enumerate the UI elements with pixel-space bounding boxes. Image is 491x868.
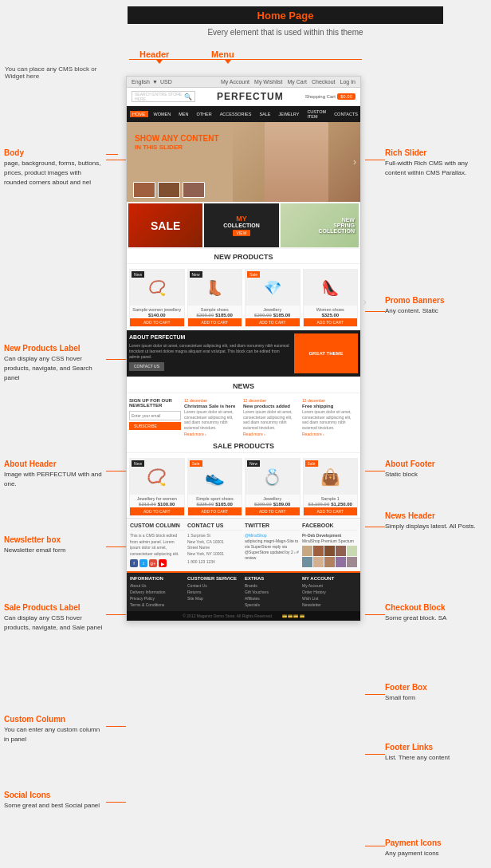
fb-photo-3[interactable] [324,546,335,556]
nav-sale[interactable]: SALE [257,111,273,117]
product-img-4: 👠 [304,270,358,306]
fb-photo-7[interactable] [313,557,324,567]
footer-info-terms[interactable]: Terms & Conditions [130,602,185,608]
promo-banner-spring[interactable]: NEW SPRING COLLECTION [281,203,359,247]
promo-view-btn[interactable]: VIEW [233,230,251,236]
product-price-3: $200.00$185.00 [246,312,300,318]
fb-photo-6[interactable] [302,557,312,567]
footer-cs-sitemap[interactable]: Site Map [187,595,242,602]
sale-name-2: Simple sport shoes [188,495,242,501]
promo-banner-sale[interactable]: SALE [128,203,202,247]
contact-btn[interactable]: CONTACT US [129,362,164,371]
sale-badge-3: New [247,460,260,467]
footer-extras-specials[interactable]: Specials [245,602,300,608]
hero-thumb-2[interactable] [158,182,180,198]
product-add-btn-3[interactable]: ADD TO CART [246,318,300,326]
footer-account-myaccount[interactable]: My Account [302,582,357,589]
footer-info-delivery[interactable]: Delivery Information [130,589,185,595]
sale-add-btn-4[interactable]: ADD TO CART [304,507,358,515]
about-footer-annotation: About Footer Static block [385,459,487,478]
fb-photo-10[interactable] [347,557,357,567]
nav-women[interactable]: WOMEN [151,111,174,117]
sale-product-4: Sale 👜 Sample 1 $3,100.00$1,250.00 ADD T… [303,458,359,516]
read-more-2[interactable]: Read more › [243,432,299,436]
fb-photo-1[interactable] [302,546,312,556]
read-more-1[interactable]: Read more › [184,432,240,436]
product-add-btn-2[interactable]: ADD TO CART [188,318,242,326]
line-promo-right [365,311,385,312]
footer-account-title: MY ACCOUNT [302,576,357,581]
product-add-btn-4[interactable]: ADD TO CART [304,318,358,326]
nav-custom[interactable]: CUSTOM ITEM [304,108,328,120]
copyright-text: © 2012 Magento Demo Store. All Rights Re… [183,614,273,618]
sale-products-annotation: Sale Products Label Can display any CSS … [4,602,106,631]
read-more-3[interactable]: Read more › [302,432,358,436]
hero-thumb-1[interactable] [133,182,155,198]
nav-accessories[interactable]: ACCESSORIES [218,111,254,117]
you-note: You can place any CMS block or Widget he… [5,65,100,80]
newsletter-btn[interactable]: SUBSCRIBE [129,422,181,430]
youtube-icon[interactable]: ▶ [159,559,167,567]
footer-account-newsletter[interactable]: Newsletter [302,602,357,608]
sale-add-btn-2[interactable]: ADD TO CART [188,507,242,515]
sale-add-btn-1[interactable]: ADD TO CART [130,507,184,515]
promo-new-text: NEW SPRING COLLECTION [318,217,355,234]
sale-badge-1: New [132,460,144,467]
line-payment-right [365,846,385,846]
fb-photo-8[interactable] [324,557,335,567]
footer-links-annotation: Footer Links List. There any content [385,742,487,761]
social-icons-annotation: Social Icons Some great and best Social … [4,790,106,809]
facebook-icon[interactable]: f [130,559,138,567]
footer-extras-title: EXTRAS [245,576,300,581]
newsletter-input[interactable] [129,411,181,420]
hero-next-arrow[interactable]: › [353,156,356,168]
footer-extras-gift[interactable]: Gift Vouchers [245,589,300,595]
product-add-btn-1[interactable]: ADD TO CART [130,318,184,326]
line-social-left [106,802,126,803]
fb-photo-2[interactable] [313,546,324,556]
footer-info-privacy[interactable]: Privacy Policy [130,595,185,602]
search-bar[interactable]: SEARCH ENTIRE STORE HERE... 🔍 [132,91,195,102]
product-price-1: $140.00 [130,312,184,318]
new-products-annotation: New Products Label Can display any CSS h… [4,343,106,381]
nav-other[interactable]: OTHER [194,111,214,117]
cart-button[interactable]: $0.00 [337,93,355,100]
footer-info-about[interactable]: About Us [130,582,185,589]
nav-jewelry[interactable]: JEWELRY [277,111,302,117]
promo-banner-collection[interactable]: MY COLLECTION VIEW [204,203,278,247]
nav-home[interactable]: HOME [130,111,148,117]
nav-contacts[interactable]: CONTACTS [332,111,360,117]
footer-extras-affiliates[interactable]: Affiliates [245,595,300,602]
product-card-2: New 👢 Sample shoes $200.00$185.00 ADD TO… [187,269,243,327]
footer-cs-returns[interactable]: Returns [187,589,242,595]
news-text-1: Lorem ipsum dolor sit amet, consectetuer… [184,409,240,430]
header-label: Header [139,49,169,59]
promo-collection-text: COLLECTION [223,223,260,228]
product-name-1: Sample women jewellery [130,306,184,312]
news-title: NEWS [127,378,360,393]
hero-thumb-3[interactable] [183,182,205,198]
nav-men[interactable]: MEN [176,111,191,117]
sale-name-4: Sample 1 [304,495,358,501]
browser-lang: English ▼ USD [132,79,172,85]
products-next-arrow[interactable]: › [363,295,367,308]
about-body-text: Lorem ipsum dolor sit amet, consectetuer… [129,343,291,360]
news-title-1: Christmas Sale is here [184,404,240,408]
sale-add-btn-3[interactable]: ADD TO CART [246,507,300,515]
fb-photo-9[interactable] [336,557,346,567]
footer-extras-brands[interactable]: Brands [245,582,300,589]
fb-photo-5[interactable] [347,546,357,556]
footer-cs-contact[interactable]: Contact Us [187,582,242,589]
search-icon[interactable]: 🔍 [184,93,192,101]
footer-contact-title: CONTACT US [187,523,242,531]
line-footer-right [365,694,385,695]
footer-account-wishlist[interactable]: Wish List [302,595,357,602]
fb-photo-4[interactable] [336,546,346,556]
twitter-icon[interactable]: t [139,559,147,567]
hero-person-image [265,122,328,202]
product-name-4: Women shoes [304,306,358,312]
promo-banners-annotation: Promo Banners Any content. Static [385,295,487,314]
google-plus-icon[interactable]: g+ [149,559,157,567]
footer-account-orders[interactable]: Order History [302,589,357,595]
payment-icons-annotation: Payment Icons Any payment icons [385,838,487,857]
